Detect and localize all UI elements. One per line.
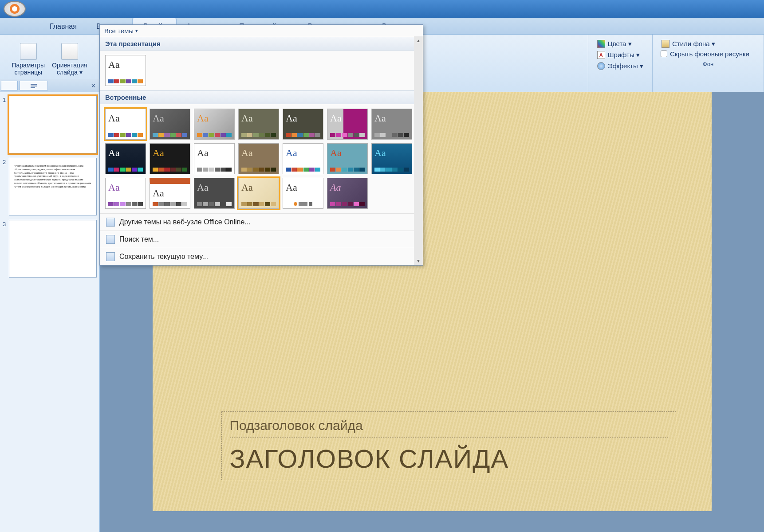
save-current-theme[interactable]: Сохранить текущую тему... bbox=[100, 248, 423, 265]
fonts-label: Шрифты ▾ bbox=[608, 51, 640, 59]
group-theme-options: Цвета ▾ AШрифты ▾ Эффекты ▾ bbox=[588, 35, 653, 92]
builtin-themes-grid: Aa Aa Aa Aa Aa Aa Aa Aa Aa Aa Aa Aa Aa A… bbox=[100, 104, 423, 213]
group-background: Стили фона ▾ Скрыть фоновые рисунки Фон bbox=[653, 35, 764, 92]
section-this-presentation: Эта презентация bbox=[100, 37, 423, 51]
fonts-button[interactable]: AШрифты ▾ bbox=[596, 50, 644, 60]
theme-7[interactable]: Aa bbox=[371, 109, 412, 140]
slide-title[interactable]: ЗАГОЛОВОК СЛАЙДА bbox=[230, 444, 668, 473]
effects-icon bbox=[597, 62, 605, 70]
colors-icon bbox=[597, 40, 605, 48]
more-themes-online[interactable]: Другие темы на веб-узле Office Online... bbox=[100, 213, 423, 231]
slide-3-preview[interactable] bbox=[9, 220, 97, 278]
colors-button[interactable]: Цвета ▾ bbox=[596, 39, 644, 49]
theme-9[interactable]: Aa bbox=[150, 143, 190, 174]
theme-5[interactable]: Aa bbox=[283, 109, 323, 140]
scroll-down-icon[interactable]: ▼ bbox=[416, 258, 421, 263]
this-presentation-row: Aa bbox=[100, 51, 423, 90]
divider bbox=[230, 437, 668, 438]
theme-18-selected[interactable]: Aa bbox=[238, 178, 279, 209]
panel-close-button[interactable]: ✕ bbox=[91, 82, 96, 89]
slide-subtitle[interactable]: Подзаголовок слайда bbox=[230, 418, 668, 433]
effects-label: Эффекты ▾ bbox=[608, 62, 643, 70]
scroll-up-icon[interactable]: ▲ bbox=[416, 38, 421, 43]
background-styles-button[interactable]: Стили фона ▾ bbox=[661, 39, 756, 49]
page-setup-label: Параметры страницы bbox=[12, 62, 45, 76]
effects-button[interactable]: Эффекты ▾ bbox=[596, 61, 644, 71]
hide-bg-label: Скрыть фоновые рисунки bbox=[670, 50, 749, 58]
outline-tab[interactable] bbox=[20, 81, 48, 90]
theme-office-default[interactable]: Aa bbox=[105, 55, 146, 86]
slide-number-2: 2 bbox=[3, 158, 9, 215]
online-icon bbox=[106, 218, 115, 227]
slide-thumb-2[interactable]: 2 • Исследователи проблем среднего профе… bbox=[3, 158, 97, 215]
slide-number-3: 3 bbox=[3, 220, 9, 278]
theme-14[interactable]: Aa bbox=[371, 143, 412, 174]
bg-styles-label: Стили фона ▾ bbox=[672, 40, 715, 48]
search-themes[interactable]: Поиск тем... bbox=[100, 231, 423, 248]
colors-label: Цвета ▾ bbox=[608, 40, 632, 48]
theme-1[interactable]: Aa bbox=[105, 109, 146, 140]
group-bg-label: Фон bbox=[703, 59, 713, 69]
theme-19[interactable]: Aa bbox=[283, 178, 323, 209]
tab-home[interactable]: Главная bbox=[40, 18, 87, 34]
themes-gallery-dropdown: Все темы Эта презентация Aa Встроенные A… bbox=[99, 24, 423, 266]
theme-15[interactable]: Aa bbox=[105, 178, 146, 209]
theme-6[interactable]: Aa bbox=[327, 109, 368, 140]
slide-1-preview[interactable] bbox=[9, 96, 97, 153]
office-button[interactable] bbox=[4, 1, 26, 17]
gallery-scrollbar[interactable]: ▲▼ bbox=[414, 36, 423, 265]
title-bar bbox=[0, 0, 764, 18]
bg-styles-icon bbox=[662, 40, 669, 48]
slide-orientation-button[interactable]: Ориентация слайда ▾ bbox=[50, 41, 89, 78]
theme-17[interactable]: Aa bbox=[194, 178, 235, 209]
theme-10[interactable]: Aa bbox=[194, 143, 235, 174]
theme-13[interactable]: Aa bbox=[327, 143, 368, 174]
slide-thumbnails-panel: 1 2 • Исследователи проблем среднего про… bbox=[0, 92, 100, 532]
section-builtin: Встроенные bbox=[100, 90, 423, 104]
slides-tab[interactable] bbox=[1, 81, 18, 90]
theme-11[interactable]: Aa bbox=[238, 143, 279, 174]
slide-thumb-1[interactable]: 1 bbox=[3, 96, 97, 153]
theme-20[interactable]: Aa bbox=[327, 178, 368, 209]
svg-point-1 bbox=[12, 6, 17, 12]
theme-2[interactable]: Aa bbox=[150, 109, 190, 140]
search-themes-label: Поиск тем... bbox=[119, 235, 159, 243]
slide-number-1: 1 bbox=[3, 96, 9, 153]
slide-2-preview[interactable]: • Исследователи проблем среднего професс… bbox=[9, 158, 97, 215]
theme-4[interactable]: Aa bbox=[238, 109, 279, 140]
more-online-label: Другие темы на веб-узле Office Online... bbox=[119, 218, 251, 226]
theme-3[interactable]: Aa bbox=[194, 109, 235, 140]
theme-16[interactable]: Aa bbox=[150, 178, 190, 209]
hide-bg-input[interactable] bbox=[661, 51, 667, 57]
orientation-icon bbox=[61, 43, 78, 60]
hide-background-checkbox[interactable]: Скрыть фоновые рисунки bbox=[661, 50, 756, 58]
theme-8[interactable]: Aa bbox=[105, 143, 146, 174]
page-setup-icon bbox=[20, 43, 37, 60]
theme-12[interactable]: Aa bbox=[283, 143, 323, 174]
slide-panel-tabs: ✕ bbox=[0, 79, 100, 92]
page-setup-button[interactable]: Параметры страницы bbox=[10, 41, 47, 78]
orientation-label: Ориентация слайда ▾ bbox=[52, 62, 87, 76]
slide-thumb-3[interactable]: 3 bbox=[3, 220, 97, 278]
save-theme-label: Сохранить текущую тему... bbox=[119, 253, 208, 261]
title-text-box[interactable]: Подзаголовок слайда ЗАГОЛОВОК СЛАЙДА bbox=[221, 411, 676, 480]
save-icon bbox=[106, 252, 115, 261]
search-icon bbox=[106, 235, 115, 244]
fonts-icon: A bbox=[597, 51, 605, 59]
all-themes-header[interactable]: Все темы bbox=[100, 25, 423, 37]
